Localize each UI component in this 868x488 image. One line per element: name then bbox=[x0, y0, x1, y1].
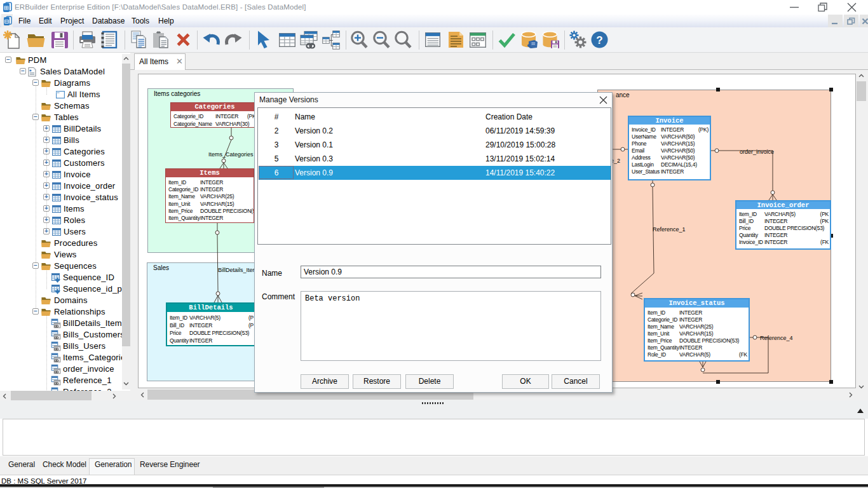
svg-text:?: ? bbox=[596, 34, 602, 46]
